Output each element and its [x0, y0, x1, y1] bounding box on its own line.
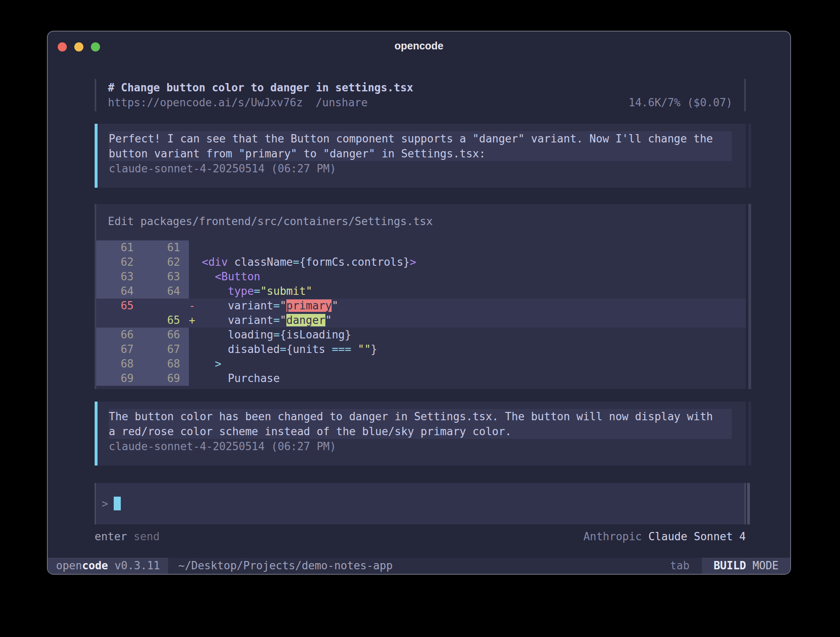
- diff-old-line-number: [96, 313, 143, 328]
- diff-old-line-number: 63: [96, 270, 143, 284]
- diff-new-line-number: 63: [143, 270, 189, 284]
- app-version: [108, 558, 115, 574]
- diff-row: 6262 <div className={formCs.controls}>: [96, 255, 746, 270]
- message-text-line: The button color has been changed to dan…: [109, 409, 732, 424]
- diff-row: 6969 Purchase: [96, 371, 746, 386]
- hints-row: enter send Anthropic Claude Sonnet 4: [95, 529, 746, 544]
- diff-code-line: Purchase: [189, 371, 280, 386]
- token-usage: 14.6K/7% ($0.07): [629, 95, 733, 110]
- model-indicator: Anthropic Claude Sonnet 4: [584, 529, 746, 544]
- diff-row: 65+ variant="danger": [96, 313, 746, 328]
- edit-tool-header: Edit packages/frontend/src/containers/Se…: [96, 214, 746, 229]
- diff-code-line: - variant="primary": [189, 299, 338, 313]
- chat-content: # Change button color to danger in setti…: [95, 79, 746, 544]
- diff-old-line-number: 68: [96, 357, 143, 371]
- diff-old-line-number: 65: [96, 299, 143, 313]
- diff-new-line-number: 64: [143, 284, 189, 299]
- diff-new-line-number: 66: [143, 328, 189, 342]
- enter-key-hint: enter: [95, 530, 127, 543]
- assistant-message: Perfect! I can see that the Button compo…: [95, 124, 746, 188]
- diff-code-line: loading={isLoading}: [189, 328, 351, 342]
- diff-new-line-number: 69: [143, 371, 189, 386]
- tool-name: Edit: [108, 215, 134, 228]
- diff-old-line-number: 67: [96, 342, 143, 357]
- mode-name: BUILD: [713, 558, 746, 574]
- diff-new-line-number: 61: [143, 240, 189, 255]
- diff-old-line-number: 62: [96, 255, 143, 270]
- mode-label: MODE: [746, 558, 779, 574]
- message-text-line: Perfect! I can see that the Button compo…: [109, 131, 732, 146]
- diff-code-line: type="submit": [189, 284, 312, 299]
- diff-new-line-number: 65: [143, 313, 189, 328]
- diff-code-line: [189, 240, 202, 255]
- working-directory: ~/Desktop/Projects/demo-notes-app: [178, 558, 393, 574]
- diff-row: 6464 type="submit": [96, 284, 746, 299]
- titlebar: opencode: [48, 32, 790, 79]
- message-model-timestamp: claude-sonnet-4-20250514 (06:27 PM): [109, 161, 732, 176]
- message-text-line: button variant from "primary" to "danger…: [109, 146, 732, 161]
- diff-row: 6666 loading={isLoading}: [96, 328, 746, 342]
- diff-row: 65- variant="primary": [96, 299, 746, 313]
- tab-key-hint[interactable]: tab: [670, 558, 689, 574]
- text-cursor: [114, 497, 121, 510]
- app-name-open: open: [56, 558, 82, 574]
- diff-code-line: disabled={units === ""}: [189, 342, 377, 357]
- model-name: Claude Sonnet 4: [648, 530, 746, 543]
- send-hint: enter send: [95, 529, 160, 544]
- send-action-hint: send: [134, 530, 160, 543]
- message-model-timestamp: claude-sonnet-4-20250514 (06:27 PM): [109, 439, 732, 454]
- diff-row: 6161: [96, 240, 746, 255]
- app-version-segment: opencode v0.3.11: [48, 558, 168, 574]
- diff-view: 6161 6262 <div className={formCs.control…: [96, 240, 746, 386]
- prompt-input[interactable]: >: [95, 483, 746, 524]
- session-subheader: https://opencode.ai/s/UwJxv76z /unshare …: [108, 95, 733, 110]
- app-version-number: v0.3.11: [115, 558, 160, 574]
- diff-old-line-number: 69: [96, 371, 143, 386]
- assistant-message: The button color has been changed to dan…: [95, 402, 746, 466]
- edit-tool-block: Edit packages/frontend/src/containers/Se…: [95, 204, 746, 389]
- diff-new-line-number: 62: [143, 255, 189, 270]
- diff-code-line: <div className={formCs.controls}>: [189, 255, 416, 270]
- diff-code-line: <Button: [189, 270, 260, 284]
- mode-indicator: BUILD MODE: [702, 558, 790, 574]
- status-spacer: [393, 558, 670, 574]
- diff-new-line-number: [143, 299, 189, 313]
- diff-new-line-number: 67: [143, 342, 189, 357]
- diff-row: 6363 <Button: [96, 270, 746, 284]
- diff-row: 6868 >: [96, 357, 746, 371]
- session-title: # Change button color to danger in setti…: [108, 80, 733, 95]
- tool-file-path: packages/frontend/src/containers/Setting…: [140, 215, 432, 228]
- status-bar: opencode v0.3.11 ~/Desktop/Projects/demo…: [48, 558, 790, 574]
- window-title: opencode: [48, 40, 790, 52]
- diff-new-line-number: 68: [143, 357, 189, 371]
- diff-old-line-number: 61: [96, 240, 143, 255]
- diff-old-line-number: 64: [96, 284, 143, 299]
- provider-name: Anthropic: [584, 530, 642, 543]
- session-header: # Change button color to danger in setti…: [95, 79, 746, 111]
- opencode-window: opencode # Change button color to danger…: [47, 31, 791, 575]
- diff-old-line-number: 66: [96, 328, 143, 342]
- prompt-symbol: >: [102, 497, 108, 511]
- app-name-code: code: [82, 558, 108, 574]
- diff-code-line: + variant="danger": [189, 313, 332, 328]
- diff-row: 6767 disabled={units === ""}: [96, 342, 746, 357]
- message-text-line: a red/rose color scheme instead of the b…: [109, 424, 732, 439]
- diff-code-line: >: [189, 357, 221, 371]
- share-url[interactable]: https://opencode.ai/s/UwJxv76z: [108, 95, 303, 110]
- unshare-command[interactable]: /unshare: [316, 95, 368, 110]
